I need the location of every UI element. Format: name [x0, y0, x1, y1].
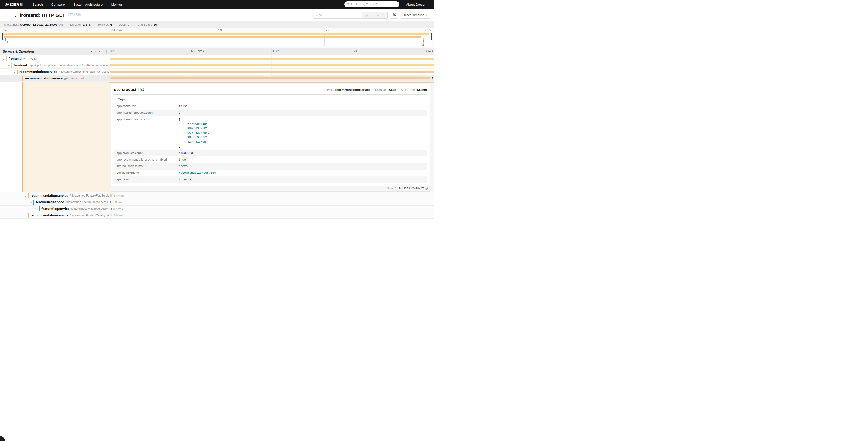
trace-id-lookup-input[interactable] [351, 3, 397, 6]
trace-view-select[interactable]: Trace Timeline ⌄ [401, 11, 431, 19]
chevron-down-icon[interactable]: ⌄ [30, 201, 33, 204]
minimap-scrubber-left[interactable] [2, 33, 3, 40]
chevron-down-icon[interactable]: ⌄ [2, 57, 6, 60]
span-name-cell[interactable]: ⌄ frontend grpc.hipstershop.Recommendati… [0, 62, 109, 68]
span-bar-cell[interactable]: 14.49ms [109, 193, 434, 199]
span-id-value: 1ca2262df0e18447 [399, 187, 424, 190]
span-row-partial [0, 219, 434, 220]
span-bar-cell[interactable]: 3.47ms [109, 206, 434, 212]
about-jaeger-menu[interactable]: About Jaeger ⌄ [406, 3, 429, 6]
duration-label: Duration: [375, 88, 388, 91]
span-bar-cell[interactable] [109, 219, 434, 220]
minimap-canvas[interactable] [2, 33, 432, 46]
chevron-down-icon[interactable]: ⌄ [25, 194, 28, 197]
list-item: "LS4PSXUNUM" [179, 140, 209, 144]
span-name-cell[interactable]: ⌄ recommendationservice get_product_list [0, 75, 109, 82]
span-duration-bar[interactable] [111, 77, 430, 80]
nav-item-compare[interactable]: Compare [51, 3, 65, 6]
span-detail-card: get_product_list Service: recommendation… [111, 84, 430, 192]
nav-item-system-architecture[interactable]: System Architecture [73, 3, 102, 6]
back-button[interactable]: ← [3, 12, 11, 18]
column-resize-grip[interactable]: ‖ [106, 50, 107, 53]
span-duration-bar[interactable] [111, 208, 112, 210]
chevron-down-icon: ⌄ [114, 98, 116, 101]
minimap-scrubber-right[interactable] [431, 33, 432, 40]
minimap-span-bar [7, 41, 8, 43]
find-prev-icon[interactable]: ⌃ [371, 13, 374, 17]
tags-table: app.cache_hit false app.filtered_product… [114, 103, 427, 183]
span-color-bar [28, 213, 29, 218]
span-bar-cell[interactable]: 2.62s [109, 75, 434, 82]
collapse-trace-icon[interactable]: ⌄ [13, 12, 18, 18]
tag-key: app.recommendation.cache_enabled [114, 156, 179, 163]
span-name-cell[interactable]: ⌄ recommendationservice /hipstershop.Pro… [0, 212, 109, 219]
trace-header: ← ⌄ frontend: HTTP GET 2f715fb ◎ ⌃ ⌄ ✕ ⌘… [0, 9, 434, 21]
timeline-header: 0μs 666.89ms 1.33s 2s 2.67s [109, 48, 434, 56]
span-detail-accent [109, 82, 434, 83]
minimap-span-bar [423, 40, 425, 42]
span-bar-cell[interactable] [109, 68, 434, 75]
span-row: ⌄ recommendationservice /hipstershop.Rec… [0, 68, 434, 75]
span-duration-bar[interactable] [111, 201, 111, 203]
span-bar-cell[interactable] [109, 56, 434, 62]
span-name-cell[interactable]: ⌄ recommendationservice /hipstershop.Rec… [0, 68, 109, 75]
span-name-cell[interactable]: ⌄ recommendationservice /hipstershop.Fea… [0, 193, 109, 199]
jaeger-logo[interactable]: JAEGER UI [5, 2, 23, 6]
span-duration-label: 2.62s [432, 77, 434, 80]
find-next-icon[interactable]: ⌄ [377, 13, 379, 17]
span-duration-bar[interactable] [110, 64, 434, 66]
link-icon[interactable] [425, 187, 428, 190]
span-row: featureflagservice featureflagservice.re… [0, 206, 434, 212]
span-bar-cell[interactable]: 3.68ms [109, 199, 434, 206]
span-duration-label: 1.04ms [114, 214, 123, 217]
expand-all-icon[interactable]: » [99, 50, 100, 53]
about-jaeger-label: About Jaeger [406, 3, 426, 6]
tag-value: [ "1YMWWN1N4O", "66VCHSJNUP", "2ZYFJ3GM2… [179, 116, 209, 150]
span-row: ⌄ frontend HTTP GET [0, 56, 434, 62]
start-time-label: Start Time: [401, 88, 415, 91]
tag-key: internal.span.format [114, 163, 179, 170]
depth-value: 7 [128, 23, 130, 26]
nav-item-monitor[interactable]: Monitor [111, 3, 122, 6]
duration-value: 2.62s [388, 88, 396, 91]
trace-start-label: Trace Start [4, 23, 19, 26]
collapse-one-icon[interactable]: ⌄ [86, 50, 88, 53]
collapse-all-icon[interactable]: » [94, 51, 97, 52]
duration-label: Duration [70, 23, 82, 26]
list-item: "OLJCESPC7Z", [179, 135, 209, 140]
span-row: ⌄ featureflagservice /hipstershop.Featur… [0, 199, 434, 206]
trace-view-label: Trace Timeline [403, 13, 424, 17]
span-row: ⌄ frontend grpc.hipstershop.Recommendati… [0, 62, 434, 68]
tag-row: app.products.count 44530923 [114, 150, 427, 156]
span-name-cell[interactable]: ⌄ frontend HTTP GET [0, 56, 109, 62]
span-name-cell[interactable]: featureflagservice featureflagservice.re… [0, 206, 109, 212]
chevron-down-icon[interactable]: ⌄ [8, 64, 11, 67]
tick-label: 2.67s [425, 29, 432, 31]
tick-label: 1.33s [217, 29, 224, 31]
find-input[interactable] [313, 12, 362, 18]
span-name-cell[interactable] [0, 219, 109, 220]
keyboard-shortcuts-button[interactable]: ⌘ [390, 11, 398, 19]
span-color-bar [11, 63, 12, 68]
span-bar-cell[interactable] [109, 62, 434, 68]
tag-value: false [179, 103, 188, 110]
span-duration-bar[interactable] [110, 195, 112, 197]
find-match-icon[interactable]: ◎ [365, 13, 368, 17]
list-item: "2ZYFJ3GM2N", [179, 131, 209, 136]
span-duration-bar[interactable] [111, 214, 112, 216]
span-name-cell[interactable]: ⌄ featureflagservice /hipstershop.Featur… [0, 199, 109, 206]
chevron-down-icon[interactable]: ⌄ [25, 214, 28, 217]
span-duration-bar[interactable] [110, 70, 434, 73]
tags-section-toggle[interactable]: ⌄ Tags [114, 97, 427, 101]
span-service: featureflagservice [36, 200, 64, 204]
span-service: recommendationservice [31, 194, 68, 198]
find-clear-icon[interactable]: ✕ [382, 13, 385, 17]
chevron-down-icon[interactable]: ⌄ [19, 77, 22, 80]
span-duration-bar[interactable] [110, 58, 434, 60]
trace-minimap[interactable]: 0μs 666.89ms 1.33s 2s 2.67s [0, 28, 434, 48]
nav-item-search[interactable]: Search [32, 3, 43, 6]
span-bar-cell[interactable]: 1.04ms [109, 212, 434, 219]
tag-value: true [179, 156, 186, 163]
expand-one-icon[interactable]: › [91, 50, 92, 53]
chevron-down-icon[interactable]: ⌄ [13, 70, 17, 74]
